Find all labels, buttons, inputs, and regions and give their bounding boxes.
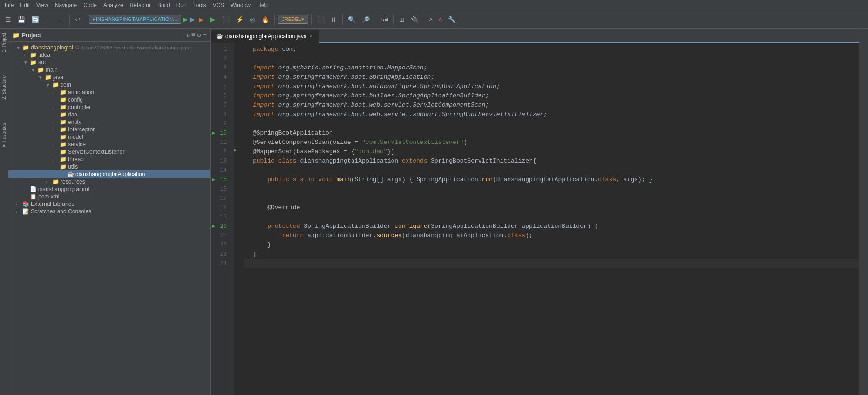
controller-icon: 📁 <box>60 104 67 110</box>
paren-15: (String[] args) { SpringApplication. <box>351 175 482 184</box>
gutter-run-icon-20[interactable]: ▶ <box>212 222 215 231</box>
menu-view[interactable]: View <box>34 1 51 9</box>
toolbar-coverage2[interactable]: ◎ <box>247 14 258 25</box>
kw-class-21: class <box>507 231 525 240</box>
menu-edit[interactable]: Edit <box>17 1 33 9</box>
tree-main[interactable]: ▼ 📁 main <box>8 66 210 74</box>
menu-tools[interactable]: Tools <box>190 1 209 9</box>
menu-window[interactable]: Window <box>228 1 253 9</box>
run-dropdown-label: ▸INSHANGPINGTAIAPPLICATION... <box>93 16 177 22</box>
code-content[interactable]: package com; import org.mybatis.spring.a… <box>244 43 859 395</box>
tree-controller[interactable]: › 📁 controller <box>8 103 210 111</box>
toolbar-save-icon[interactable]: 💾 <box>15 14 27 25</box>
project-target-icon[interactable]: ⊕ <box>185 31 189 39</box>
editor-tab-main[interactable]: ☕ dianshangpingtaiApplication.java ✕ <box>211 30 319 43</box>
toolbar-stop2[interactable]: ⬛ <box>314 14 327 25</box>
menu-help[interactable]: Help <box>254 1 271 9</box>
toolbar-back-icon[interactable]: ← <box>43 14 54 25</box>
toolbar-run2[interactable]: ▶ <box>208 14 218 25</box>
tree-interceptor[interactable]: › 📁 Interceptor <box>8 126 210 133</box>
toolbar-stop[interactable]: ⬛ <box>219 14 232 25</box>
run-with-coverage[interactable]: ▶ <box>197 14 206 25</box>
toolbar-plugins[interactable]: 🔌 <box>408 14 421 25</box>
toolbar-pause[interactable]: ⏸ <box>328 14 339 25</box>
app-run-dropdown[interactable]: ▸INSHANGPINGTAIAPPLICATION... <box>89 15 181 24</box>
code-line-7: import org.springframework.boot.web.serv… <box>244 101 859 110</box>
toolbar-forward-icon[interactable]: → <box>55 14 67 25</box>
project-expand-icon[interactable]: ≡ <box>191 31 195 39</box>
tree-pom[interactable]: 📋 pom.xml <box>8 193 210 200</box>
gutter-3: 3 <box>211 63 231 73</box>
toolbar-search[interactable]: 🔍 <box>346 14 358 25</box>
args-21: (dianshangpingtaiApplication. <box>402 231 507 240</box>
project-close-icon[interactable]: − <box>203 31 207 39</box>
config-icon: 📁 <box>60 96 67 103</box>
tree-config[interactable]: › 📁 config <box>8 96 210 103</box>
tree-com[interactable]: ▼ 📁 com <box>8 81 210 89</box>
toolbar-translate2[interactable]: A <box>436 15 444 24</box>
toolbar-extra[interactable]: 🔧 <box>446 14 458 25</box>
menu-refactor[interactable]: Refactor <box>127 1 154 9</box>
menu-file[interactable]: File <box>2 1 16 9</box>
project-panel: 📁 Project ⊕ ≡ ⚙ − ▼ 📁 dianshangpingtai C… <box>8 29 211 395</box>
gutter-22: 22 <box>211 240 231 250</box>
pkg-name: com; <box>278 45 297 54</box>
toolbar-translate[interactable]: A <box>427 15 435 24</box>
toolbar-search2[interactable]: 🔎 <box>359 14 372 25</box>
left-strip-structure[interactable]: 2. Structure <box>1 75 7 100</box>
space-15b <box>315 175 319 184</box>
tree-java[interactable]: ▼ 📁 java <box>8 74 210 81</box>
left-strip-project[interactable]: 1: Project <box>1 33 7 52</box>
menu-run[interactable]: Run <box>174 1 190 9</box>
line-number-gutter: 1 2 3 4 5 6 7 8 9 ▶10 11 12 13 14 ▶15 16 <box>211 43 234 395</box>
servlet-icon: 📁 <box>60 149 67 155</box>
tree-servlet[interactable]: › 📁 ServletContextListener <box>8 148 210 156</box>
project-settings-icon[interactable]: ⚙ <box>197 31 201 39</box>
toolbar-undo-icon[interactable]: ↩ <box>73 14 83 25</box>
tree-ext-libs[interactable]: › 📚 External Libraries <box>8 200 210 208</box>
tree-annotation[interactable]: › 📁 annotation <box>8 89 210 96</box>
tree-thread[interactable]: › 📁 thread <box>8 156 210 163</box>
tab-close-icon[interactable]: ✕ <box>309 34 313 39</box>
jrebel-dropdown[interactable]: JREBEL▾ <box>278 15 308 24</box>
run-button[interactable]: ▶ <box>183 15 188 24</box>
menu-build[interactable]: Build <box>155 1 173 9</box>
toolbar-sync-icon[interactable]: 🔄 <box>29 14 41 25</box>
menu-vcs[interactable]: VCS <box>210 1 227 9</box>
method-configure: configure <box>394 222 427 231</box>
tree-entity[interactable]: › 📁 entity <box>8 118 210 126</box>
separator-7 <box>393 14 394 25</box>
toolbar-profiler[interactable]: 🔥 <box>259 14 271 25</box>
tree-root[interactable]: ▼ 📁 dianshangpingtai C:\Users\22680\Desk… <box>8 44 210 51</box>
tree-iml[interactable]: 📄 dianshangpingtai.iml <box>8 185 210 193</box>
tree-dao[interactable]: › 📁 dao <box>8 111 210 118</box>
toolbar-menu-icon[interactable]: ☰ <box>3 14 14 25</box>
menu-navigate[interactable]: Navigate <box>52 1 80 9</box>
java-arrow-icon: ▼ <box>38 75 45 80</box>
gutter-run-icon-10[interactable]: ▶ <box>212 129 215 137</box>
method-run-marker[interactable]: ▶ <box>234 145 244 155</box>
kw-extends-13: extends <box>402 157 427 166</box>
spacer-2 <box>234 136 244 145</box>
code-line-8: import org.springframework.boot.web.serv… <box>244 110 859 119</box>
debug-button[interactable]: ▶ <box>190 15 195 24</box>
interceptor-arrow-icon: › <box>53 127 60 132</box>
separator-4 <box>311 14 312 25</box>
code-editor: 1 2 3 4 5 6 7 8 9 ▶10 11 12 13 14 ▶15 16 <box>211 43 859 395</box>
tree-resources[interactable]: › 📁 resources <box>8 178 210 185</box>
tree-utils[interactable]: › 📁 utils <box>8 163 210 170</box>
toolbar-attach[interactable]: ⚡ <box>233 14 246 25</box>
menu-analyze[interactable]: Analyze <box>101 1 126 9</box>
left-strip-favorites[interactable]: ★ Favorites <box>1 123 7 149</box>
toolbar-layout[interactable]: ⊞ <box>397 14 407 25</box>
toolbar-terminal[interactable]: Tail <box>378 15 391 24</box>
tree-idea[interactable]: › 📁 .idea <box>8 51 210 59</box>
tree-service[interactable]: › 📁 service <box>8 141 210 148</box>
tree-model[interactable]: › 📁 model <box>8 133 210 141</box>
menu-code[interactable]: Code <box>81 1 100 9</box>
tree-main-class[interactable]: ☕ dianshangpingtaiApplication <box>8 170 210 178</box>
gutter-run-icon-15[interactable]: ▶ <box>212 176 215 184</box>
tree-src[interactable]: ▼ 📁 src <box>8 59 210 66</box>
tree-scratches[interactable]: › 📝 Scratches and Consoles <box>8 208 210 215</box>
dao-arrow-icon: › <box>53 112 60 117</box>
